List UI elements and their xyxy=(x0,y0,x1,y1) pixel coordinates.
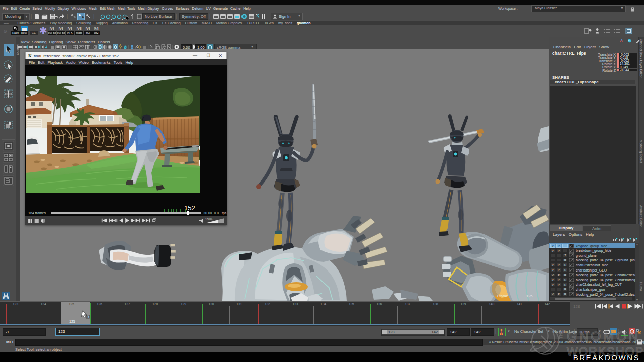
svg-text:B: B xyxy=(87,315,89,318)
svg-text:125: 125 xyxy=(526,294,533,298)
svg-text:100%: 100% xyxy=(205,218,212,221)
svg-text:Frame: Frame xyxy=(497,294,508,298)
